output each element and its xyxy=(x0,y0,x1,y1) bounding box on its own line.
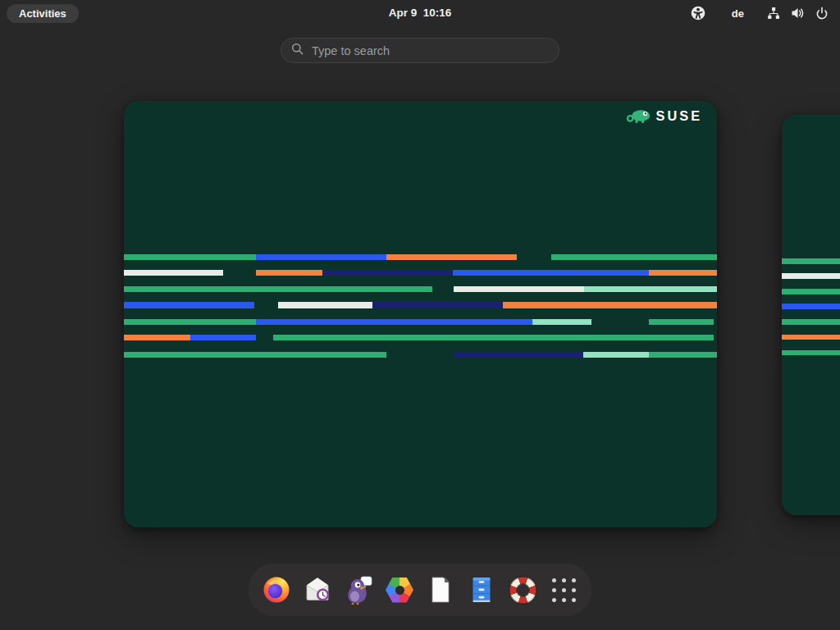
search-bar[interactable] xyxy=(281,38,559,63)
top-bar: Activities Apr 9 10:16 de xyxy=(0,0,840,26)
wallpaper-stripe xyxy=(649,319,714,325)
wallpaper-stripe xyxy=(782,304,840,309)
app-grid-dot xyxy=(552,598,556,602)
wallpaper-stripe xyxy=(782,289,840,294)
dock-item-pidgin[interactable] xyxy=(344,575,373,605)
wallpaper-stripe-row xyxy=(124,352,717,358)
wallpaper-stripe xyxy=(782,350,840,356)
window-preview-suse-desktop[interactable]: SUSE xyxy=(124,101,717,527)
window-preview-suse-desktop-2[interactable] xyxy=(782,115,840,515)
suse-logo-text: SUSE xyxy=(655,108,702,123)
wallpaper-stripe-row xyxy=(782,258,840,264)
app-grid-dot xyxy=(552,588,556,592)
wallpaper-stripe xyxy=(124,319,256,325)
wallpaper-stripe xyxy=(453,270,649,276)
app-grid-dot xyxy=(562,588,566,592)
dock-item-help[interactable] xyxy=(508,575,537,605)
wallpaper-stripe xyxy=(124,352,386,358)
wallpaper-stripe-row xyxy=(782,304,840,309)
system-tray: de xyxy=(691,0,840,26)
dock-item-files[interactable] xyxy=(467,575,496,605)
evolution-mail-icon xyxy=(303,575,332,605)
files-cabinet-icon xyxy=(467,575,496,605)
wallpaper-stripe xyxy=(322,270,453,276)
wallpaper-stripe-row xyxy=(782,350,840,356)
wallpaper-stripe-row xyxy=(124,270,717,276)
app-grid-dot xyxy=(562,578,566,582)
wallpaper-stripe xyxy=(454,352,583,358)
wallpaper-stripe xyxy=(551,254,717,260)
search-icon xyxy=(291,43,312,58)
dock-item-show-apps[interactable] xyxy=(549,575,578,605)
pidgin-icon xyxy=(344,575,373,605)
app-grid-dot xyxy=(552,578,556,582)
clock[interactable]: Apr 9 10:16 xyxy=(389,0,452,26)
accessibility-icon[interactable] xyxy=(691,6,705,21)
wallpaper-stripe xyxy=(782,335,840,340)
wallpaper-stripe-row xyxy=(782,319,840,325)
dock xyxy=(249,564,591,616)
dock-item-software[interactable] xyxy=(385,575,414,605)
suse-wallpaper xyxy=(782,115,840,515)
wallpaper-stripe xyxy=(454,286,584,292)
wallpaper-stripe xyxy=(278,302,372,308)
wallpaper-stripe xyxy=(124,302,254,308)
wallpaper-stripe xyxy=(584,286,717,292)
wallpaper-stripe xyxy=(124,335,190,340)
suse-chameleon-icon: SUSE xyxy=(624,105,706,126)
wallpaper-stripe-row xyxy=(782,289,840,294)
suse-wallpaper xyxy=(124,101,717,527)
wallpaper-stripe xyxy=(386,254,517,260)
gnome-activities-overview: Activities Apr 9 10:16 de xyxy=(0,0,840,630)
wallpaper-stripe xyxy=(124,270,223,276)
help-lifebuoy-icon xyxy=(509,577,536,604)
wallpaper-stripe xyxy=(273,335,714,340)
wallpaper-stripe xyxy=(503,302,717,308)
wallpaper-stripe xyxy=(372,302,503,308)
network-wired-icon[interactable] xyxy=(767,7,780,20)
dock-item-libreoffice[interactable] xyxy=(426,575,455,605)
wallpaper-stripe-row xyxy=(124,302,717,308)
wallpaper-stripe xyxy=(256,270,322,276)
app-grid-dot xyxy=(572,598,576,602)
volume-icon[interactable] xyxy=(791,7,805,20)
wallpaper-stripe xyxy=(649,352,717,358)
app-grid-icon xyxy=(552,578,576,602)
wallpaper-stripe-row xyxy=(782,335,840,340)
libreoffice-icon xyxy=(426,575,455,605)
firefox-icon xyxy=(262,575,291,605)
dock-item-evolution[interactable] xyxy=(303,575,332,605)
app-grid-dot xyxy=(572,588,576,592)
wallpaper-stripe xyxy=(532,319,591,325)
wallpaper-stripe-row xyxy=(124,335,717,340)
keyboard-layout-indicator[interactable]: de xyxy=(732,7,744,20)
wallpaper-stripe xyxy=(256,254,386,260)
app-grid-dot xyxy=(572,578,576,582)
wallpaper-stripe xyxy=(190,335,256,340)
software-icon xyxy=(386,578,413,603)
wallpaper-stripe xyxy=(782,258,840,264)
wallpaper-stripe-row xyxy=(782,273,840,279)
wallpaper-stripe xyxy=(583,352,649,358)
wallpaper-stripe xyxy=(256,319,532,325)
power-icon[interactable] xyxy=(815,7,829,20)
wallpaper-stripe xyxy=(124,286,432,292)
wallpaper-stripe xyxy=(782,273,840,279)
search-input[interactable] xyxy=(312,44,549,57)
app-grid-dot xyxy=(562,598,566,602)
wallpaper-stripe xyxy=(124,254,256,260)
wallpaper-stripe xyxy=(649,270,717,276)
dock-item-firefox[interactable] xyxy=(262,575,291,605)
wallpaper-stripe-row xyxy=(124,286,717,292)
suse-logo: SUSE xyxy=(624,105,706,130)
wallpaper-stripe-row xyxy=(124,254,717,260)
wallpaper-stripe-row xyxy=(124,319,717,325)
wallpaper-stripe xyxy=(782,319,840,325)
activities-button[interactable]: Activities xyxy=(7,4,79,23)
